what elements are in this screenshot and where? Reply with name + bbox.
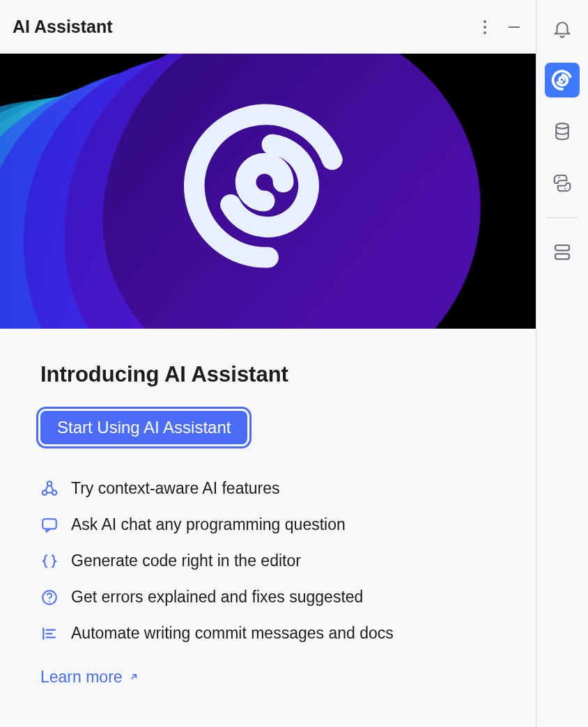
- panel-header: AI Assistant: [0, 0, 536, 54]
- layout-panels-button[interactable]: [545, 235, 580, 269]
- python-console-button[interactable]: [545, 166, 580, 201]
- question-circle-icon: [40, 588, 59, 607]
- feature-text: Try context-aware AI features: [71, 479, 280, 498]
- svg-point-16: [564, 188, 566, 189]
- svg-point-6: [52, 490, 57, 495]
- banner-petals: [0, 54, 536, 329]
- svg-rect-17: [555, 245, 569, 251]
- learn-more-link[interactable]: Learn more: [40, 668, 139, 687]
- svg-point-14: [556, 123, 568, 129]
- database-button[interactable]: [545, 114, 580, 149]
- intro-content: Introducing AI Assistant Start Using AI …: [0, 329, 536, 706]
- chat-icon: [40, 516, 59, 534]
- svg-point-4: [47, 481, 52, 486]
- feature-item: Try context-aware AI features: [40, 479, 495, 498]
- svg-point-1: [483, 26, 486, 29]
- feature-text: Generate code right in the editor: [71, 552, 301, 570]
- panel-title: AI Assistant: [13, 17, 113, 37]
- feature-item: Ask AI chat any programming question: [40, 515, 495, 534]
- swirl-icon: [550, 68, 574, 92]
- ai-assistant-panel: AI Assistant Introducing AI A: [0, 0, 536, 727]
- feature-item: Generate code right in the editor: [40, 552, 495, 570]
- more-options-icon[interactable]: [483, 19, 487, 36]
- start-using-ai-button[interactable]: Start Using AI Assistant: [40, 411, 247, 444]
- feature-text: Get errors explained and fixes suggested: [71, 588, 363, 607]
- hero-banner: [0, 54, 536, 329]
- svg-rect-7: [42, 519, 56, 529]
- notifications-button[interactable]: [545, 11, 580, 46]
- feature-list: Try context-aware AI features Ask AI cha…: [40, 479, 495, 643]
- feature-item: Automate writing commit messages and doc…: [40, 624, 495, 643]
- python-icon: [552, 173, 573, 194]
- braces-icon: [40, 552, 59, 570]
- svg-point-9: [49, 600, 50, 602]
- rail-divider: [546, 217, 578, 218]
- feature-item: Get errors explained and fixes suggested: [40, 588, 495, 607]
- feature-text: Automate writing commit messages and doc…: [71, 624, 394, 643]
- bell-icon: [552, 18, 573, 39]
- svg-point-15: [559, 177, 560, 178]
- minimize-icon[interactable]: [506, 19, 522, 35]
- ai-assistant-button[interactable]: [545, 63, 580, 97]
- feature-text: Ask AI chat any programming question: [71, 515, 346, 534]
- external-link-icon: [128, 668, 139, 687]
- svg-rect-18: [555, 254, 569, 260]
- right-rail: [536, 0, 588, 727]
- database-icon: [552, 121, 573, 142]
- svg-point-0: [483, 20, 486, 23]
- svg-point-5: [42, 490, 47, 495]
- header-actions: [483, 19, 522, 36]
- intro-heading: Introducing AI Assistant: [40, 362, 495, 387]
- format-left-icon: [40, 625, 59, 643]
- svg-point-2: [483, 31, 486, 34]
- panels-icon: [552, 242, 573, 263]
- cluster-icon: [40, 480, 59, 498]
- learn-more-label: Learn more: [40, 668, 123, 687]
